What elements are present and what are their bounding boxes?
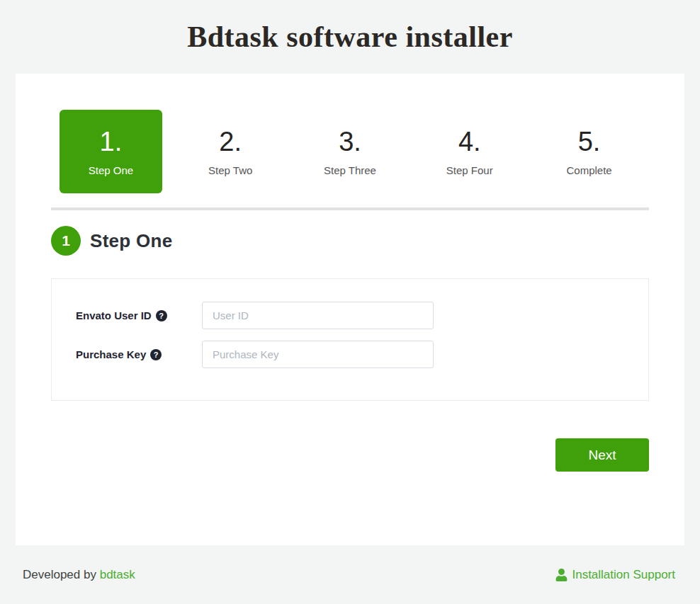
page-title: Bdtask software installer <box>187 20 513 54</box>
step-item-one[interactable]: 1. Step One <box>60 110 162 193</box>
page-footer: Developed by bdtask Installation Support <box>23 545 675 604</box>
installation-support-label: Installation Support <box>572 568 675 582</box>
step-label: Step Four <box>418 164 521 176</box>
step-label: Step Three <box>299 164 402 176</box>
steps-divider <box>51 207 649 210</box>
license-form: Envato User ID ? Purchase Key ? <box>51 278 649 401</box>
step-label: Step Two <box>179 164 282 176</box>
next-button[interactable]: Next <box>555 438 649 472</box>
question-circle-icon[interactable]: ? <box>150 349 162 360</box>
form-row-user-id: Envato User ID ? <box>76 302 648 329</box>
step-number: 2. <box>179 127 282 158</box>
step-number: 3. <box>299 127 402 158</box>
user-icon <box>555 569 568 581</box>
user-id-input[interactable] <box>202 302 434 329</box>
step-item-four[interactable]: 4. Step Four <box>418 110 521 193</box>
installer-card: 1. Step One 2. Step Two 3. Step Three 4.… <box>16 74 684 545</box>
developed-by-text: Developed by bdtask <box>23 568 135 582</box>
step-number: 4. <box>418 127 521 158</box>
step-label: Step One <box>60 164 162 176</box>
page-header: Bdtask software installer <box>0 0 700 74</box>
envato-user-id-label: Envato User ID <box>76 309 152 321</box>
installation-support-link[interactable]: Installation Support <box>555 568 675 582</box>
step-nav: 1. Step One 2. Step Two 3. Step Three 4.… <box>51 110 649 193</box>
step-number: 1. <box>60 127 162 158</box>
question-circle-icon[interactable]: ? <box>156 310 167 321</box>
step-badge: 1 <box>51 226 81 256</box>
section-heading: 1 Step One <box>51 226 649 256</box>
form-actions: Next <box>51 438 649 472</box>
step-item-complete[interactable]: 5. Complete <box>538 110 640 193</box>
purchase-key-input[interactable] <box>202 341 434 368</box>
bdtask-link[interactable]: bdtask <box>100 568 135 581</box>
section-title: Step One <box>90 230 173 252</box>
step-number: 5. <box>538 127 640 158</box>
purchase-key-label: Purchase Key <box>76 348 146 360</box>
form-row-purchase-key: Purchase Key ? <box>76 341 648 368</box>
step-item-two[interactable]: 2. Step Two <box>179 110 282 193</box>
step-item-three[interactable]: 3. Step Three <box>299 110 402 193</box>
step-label: Complete <box>538 164 640 176</box>
